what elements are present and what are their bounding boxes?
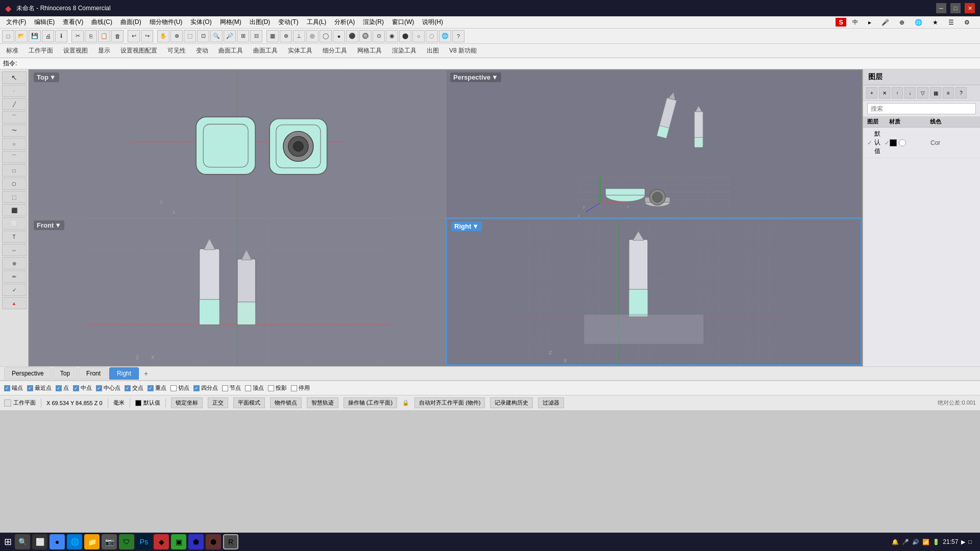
- tb-zoom-sel[interactable]: ⊞: [237, 30, 249, 42]
- snap-quadrant[interactable]: ✓ 四分点: [193, 384, 218, 392]
- tb-pt10[interactable]: ◌: [426, 30, 438, 42]
- taskbar-photos[interactable]: 📷: [102, 534, 117, 549]
- tb-grid[interactable]: ▦: [266, 30, 279, 42]
- menu-curve[interactable]: 曲线(C): [87, 17, 116, 28]
- layers-tb-help[interactable]: ?: [955, 87, 967, 98]
- taskbar-taskview[interactable]: ⬜: [32, 534, 47, 549]
- tb-undo[interactable]: ↩: [128, 30, 140, 42]
- tb-render[interactable]: 🌐: [439, 30, 451, 42]
- menu-analyze[interactable]: 分析(A): [330, 17, 359, 28]
- menu-help[interactable]: 说明(H): [418, 17, 447, 28]
- tb2-transform[interactable]: 变动: [192, 45, 212, 56]
- tb-help[interactable]: ?: [452, 30, 464, 42]
- status-record-history[interactable]: 记录建构历史: [490, 397, 533, 408]
- taskbar-start[interactable]: ⊞: [4, 536, 12, 547]
- lt-edit[interactable]: ✏: [2, 270, 27, 283]
- lt-rect[interactable]: □: [2, 164, 27, 177]
- tb-zoom-extent[interactable]: ⊡: [197, 30, 209, 42]
- close-button[interactable]: ✕: [965, 3, 975, 13]
- snap-topvert[interactable]: 顶点: [245, 384, 264, 392]
- tb-redo[interactable]: ↪: [141, 30, 153, 42]
- taskbar-network[interactable]: 📶: [922, 539, 929, 545]
- tb-pt7[interactable]: ◉: [386, 30, 398, 42]
- snap-midpoint[interactable]: ✓ 中点: [73, 384, 92, 392]
- menu-solid[interactable]: 实体(O): [186, 17, 215, 28]
- menu-subd[interactable]: 细分物件(U): [145, 17, 187, 28]
- tb-pt2[interactable]: ◯: [320, 30, 332, 42]
- layers-row-default[interactable]: ✓ 默认值 ✓ Cor: [863, 128, 980, 158]
- lt-surface[interactable]: ⬚: [2, 191, 27, 203]
- menu-tools[interactable]: 工具(L): [303, 17, 331, 28]
- viewport-right-toggle[interactable]: Right ▼: [451, 221, 482, 231]
- snap-point[interactable]: ✓ 点: [56, 384, 69, 392]
- vp-tab-perspective[interactable]: Perspective: [4, 367, 52, 380]
- vp-tab-right[interactable]: Right: [109, 367, 139, 380]
- tb2-workplane[interactable]: 工作平面: [24, 45, 57, 56]
- lt-extrude[interactable]: ⬛: [2, 204, 27, 216]
- layer-visibility-check[interactable]: ✓: [867, 139, 872, 146]
- menu-edit[interactable]: 编辑(E): [30, 17, 59, 28]
- menu-transform[interactable]: 变动(T): [274, 17, 302, 28]
- status-gumball[interactable]: 操作轴 (工作平面): [344, 397, 397, 408]
- snap-knot[interactable]: 节点: [222, 384, 241, 392]
- taskbar-security[interactable]: 🛡: [119, 534, 134, 549]
- tb-new[interactable]: □: [2, 30, 14, 42]
- tb-save[interactable]: 💾: [29, 30, 41, 42]
- tb-pt5[interactable]: 🔘: [359, 30, 372, 42]
- taskbar-app2[interactable]: ▣: [171, 534, 186, 549]
- taskbar-volume[interactable]: 🔊: [912, 539, 919, 545]
- snap-project-cb[interactable]: [268, 385, 274, 391]
- taskbar-edge[interactable]: 🌐: [67, 534, 82, 549]
- tb-ortho[interactable]: ⊥: [293, 30, 305, 42]
- lt-solid[interactable]: ⬜: [2, 217, 27, 230]
- lt-dim[interactable]: ↔: [2, 244, 27, 256]
- taskbar-app3[interactable]: ⬟: [188, 534, 204, 549]
- layers-tb-new[interactable]: +: [866, 87, 877, 98]
- taskbar-play[interactable]: ▶: [961, 539, 965, 545]
- status-auto-align[interactable]: 自动对齐工作平面 (物件): [414, 397, 485, 408]
- tb-print[interactable]: 🖨: [42, 30, 54, 42]
- viewport-perspective-toggle[interactable]: Perspective ▼: [450, 72, 501, 82]
- lt-circle[interactable]: ○: [2, 138, 27, 150]
- menu-view[interactable]: 查看(V): [59, 17, 87, 28]
- snap-intersection[interactable]: ✓ 交点: [125, 384, 143, 392]
- tb-pt8[interactable]: ⬤: [399, 30, 411, 42]
- snap-endpoint[interactable]: ✓ 端点: [4, 384, 23, 392]
- viewport-top-toggle[interactable]: Top ▼: [34, 72, 59, 82]
- status-ortho[interactable]: 正交: [208, 397, 228, 408]
- tb-snap[interactable]: ⊗: [280, 30, 292, 42]
- snap-tangent-cb[interactable]: [170, 385, 177, 391]
- lt-arc[interactable]: ⌒: [2, 151, 27, 163]
- tb-zoom-out[interactable]: 🔎: [224, 30, 236, 42]
- status-osnap[interactable]: 物件锁点: [270, 397, 302, 408]
- taskbar-rhino[interactable]: R: [223, 534, 238, 549]
- menu-render[interactable]: 渲染(R): [359, 17, 388, 28]
- menu-window[interactable]: 窗口(W): [388, 17, 418, 28]
- taskbar-app4[interactable]: ⬢: [206, 534, 221, 549]
- tb-pt4[interactable]: ⚫: [346, 30, 358, 42]
- snap-quadrant-cb[interactable]: ✓: [193, 385, 200, 391]
- tb-prop[interactable]: ℹ: [55, 30, 67, 42]
- taskbar-explorer[interactable]: 📁: [84, 534, 100, 549]
- tb-pt1[interactable]: ◎: [306, 30, 318, 42]
- lt-check[interactable]: ✓: [2, 284, 27, 296]
- tb2-standard[interactable]: 标准: [2, 45, 22, 56]
- menu-file[interactable]: 文件(F): [2, 17, 30, 28]
- lt-select[interactable]: ↖: [2, 71, 27, 84]
- snap-tangent[interactable]: 切点: [170, 384, 189, 392]
- lt-polygon[interactable]: ⬡: [2, 178, 27, 190]
- taskbar-app1[interactable]: ◆: [154, 534, 169, 549]
- taskbar-notif2[interactable]: □: [968, 539, 972, 545]
- layers-tb-filter[interactable]: ▽: [917, 87, 928, 98]
- snap-center-cb[interactable]: ✓: [96, 385, 102, 391]
- layers-tb-grid[interactable]: ▦: [930, 87, 941, 98]
- snap-point-cb[interactable]: ✓: [56, 385, 62, 391]
- taskbar-chrome[interactable]: ●: [50, 534, 65, 549]
- tb-zoom-all[interactable]: ⊟: [250, 30, 262, 42]
- status-planar[interactable]: 平面模式: [233, 397, 265, 408]
- snap-vertex[interactable]: ✓ 重点: [148, 384, 166, 392]
- layers-search-input[interactable]: [867, 103, 976, 114]
- snap-intersection-cb[interactable]: ✓: [125, 385, 131, 391]
- tb-pt3[interactable]: ●: [333, 30, 345, 42]
- tb-zoom-in[interactable]: 🔍: [210, 30, 223, 42]
